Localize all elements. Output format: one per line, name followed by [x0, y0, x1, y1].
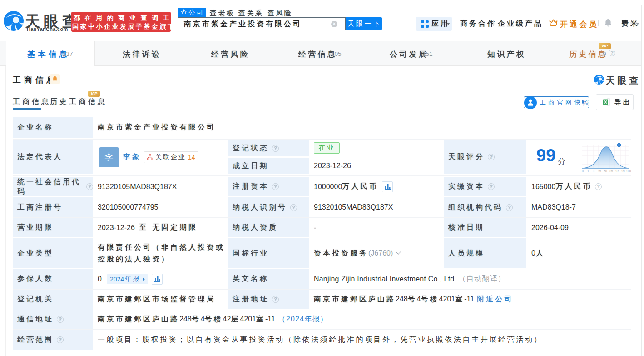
svg-text:15: 15 [598, 170, 601, 173]
svg-text:1: 1 [587, 170, 589, 173]
svg-text:50: 50 [604, 170, 607, 173]
svg-text:99: 99 [621, 170, 625, 173]
svg-text:3: 3 [593, 170, 594, 173]
svg-text:100: 100 [626, 170, 631, 173]
svg-text:97: 97 [615, 170, 619, 173]
svg-text:0: 0 [582, 170, 584, 173]
svg-text:85: 85 [609, 170, 613, 173]
